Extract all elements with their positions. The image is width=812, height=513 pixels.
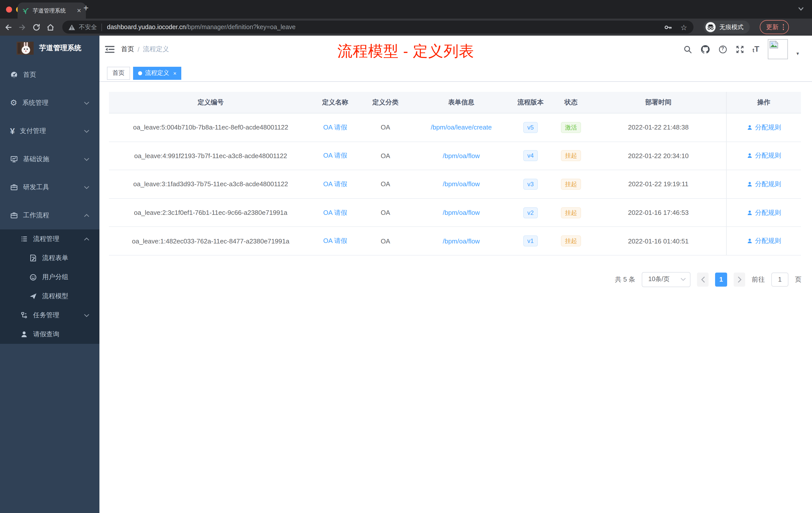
assign-rule-button[interactable]: 分配规则 <box>747 180 781 189</box>
assign-rule-button[interactable]: 分配规则 <box>747 208 781 217</box>
table-row: oa_leave:2:3c1f0ef1-76b1-11ec-9c66-a2380… <box>109 199 801 227</box>
avatar[interactable] <box>768 39 788 59</box>
dashboard-icon <box>10 71 18 79</box>
sidebar-item-task-management[interactable]: 任务管理 <box>0 306 99 325</box>
sidebar-item-system[interactable]: ⚙ 系统管理 <box>0 89 99 117</box>
reload-icon[interactable] <box>32 23 41 31</box>
sidebar-item-process-form[interactable]: 流程表单 <box>0 248 99 268</box>
key-icon[interactable] <box>664 23 672 31</box>
deploy-time: 2022-01-22 21:48:38 <box>590 124 726 131</box>
sidebar-item-user-group[interactable]: 用户分组 <box>0 268 99 286</box>
security-label[interactable]: 不安全 <box>79 23 97 31</box>
definition-category: OA <box>358 180 413 188</box>
tag-close-icon[interactable]: × <box>173 70 176 76</box>
chevron-down-icon <box>84 129 89 133</box>
browser-toolbar: 不安全 dashboard.yudao.iocoder.cn /bpm/mana… <box>0 19 812 36</box>
font-size-small: t <box>753 48 754 53</box>
pagination: 共 5 条 10条/页 1 前往 1 <box>109 272 802 287</box>
github-icon[interactable] <box>700 45 710 54</box>
search-icon[interactable] <box>683 45 692 54</box>
next-page-button[interactable] <box>734 273 745 286</box>
list-icon <box>20 235 28 243</box>
sidebar-item-leave-query[interactable]: 请假查询 <box>0 325 99 344</box>
browser-tab-title: 芋道管理系统 <box>33 7 73 14</box>
assign-rule-button[interactable]: 分配规则 <box>747 123 781 132</box>
tab-search-chevron-icon[interactable] <box>798 6 805 11</box>
form-link[interactable]: /bpm/oa/flow <box>443 209 480 216</box>
definition-id: oa_leave:5:004b710b-7b8a-11ec-8ef0-acde4… <box>109 124 312 131</box>
sidebar-item-label: 任务管理 <box>33 311 59 320</box>
sidebar-item-infrastructure[interactable]: 基础设施 <box>0 145 99 173</box>
user-icon <box>747 124 753 130</box>
browser-menu-icon[interactable] <box>783 24 784 30</box>
prev-page-button[interactable] <box>697 273 708 286</box>
form-link[interactable]: /bpm/oa/flow <box>443 237 480 245</box>
definition-category: OA <box>358 152 413 160</box>
sidebar-item-process-management[interactable]: 流程管理 <box>0 230 99 248</box>
briefcase-icon <box>10 211 18 219</box>
incognito-icon <box>705 22 715 32</box>
page-size-value: 10条/页 <box>648 275 670 284</box>
status-badge: 挂起 <box>561 150 581 161</box>
hamburger-icon[interactable] <box>105 46 115 53</box>
assign-rule-button[interactable]: 分配规则 <box>747 151 781 160</box>
bookmark-star-icon[interactable]: ☆ <box>680 23 687 31</box>
table-header-row: 定义编号 定义名称 定义分类 表单信息 流程版本 状态 部署时间 操作 <box>109 92 801 114</box>
toolbox-icon <box>10 183 18 191</box>
browser-tab-strip: 芋道管理系统 ✕ + <box>0 0 812 19</box>
form-link[interactable]: /bpm/oa/leave/create <box>431 124 492 131</box>
window-close-button[interactable] <box>6 6 12 12</box>
new-tab-button[interactable]: + <box>83 3 89 13</box>
tag-home[interactable]: 首页 <box>107 66 130 80</box>
font-size-icon[interactable]: tT <box>753 45 759 53</box>
back-icon[interactable] <box>4 23 12 31</box>
sidebar-item-dev-tools[interactable]: 研发工具 <box>0 173 99 201</box>
deploy-time: 2022-01-16 17:46:53 <box>590 209 726 216</box>
definition-name-link[interactable]: OA 请假 <box>323 152 347 159</box>
form-link[interactable]: /bpm/oa/flow <box>443 180 480 188</box>
url-path: /bpm/manager/definition?key=oa_leave <box>186 24 295 31</box>
url-host: dashboard.yudao.iocoder.cn <box>107 24 186 31</box>
form-link[interactable]: /bpm/oa/flow <box>443 152 480 160</box>
tag-process-definition[interactable]: 流程定义 × <box>133 66 181 80</box>
forward-icon[interactable] <box>18 23 27 31</box>
chevron-down-icon <box>84 158 89 161</box>
tab-close-icon[interactable]: ✕ <box>77 7 81 14</box>
sidebar-item-label: 流程管理 <box>33 234 59 243</box>
address-bar[interactable]: 不安全 dashboard.yudao.iocoder.cn /bpm/mana… <box>62 21 693 34</box>
update-label[interactable]: 更新 <box>766 23 779 31</box>
user-icon <box>747 153 753 159</box>
sidebar-item-process-model[interactable]: 流程模型 <box>0 286 99 306</box>
fullscreen-icon[interactable] <box>735 45 744 54</box>
update-browser-button[interactable]: 更新 <box>759 20 789 34</box>
col-header-definition-category: 定义分类 <box>358 98 413 107</box>
sidebar-item-label: 基础设施 <box>23 155 49 163</box>
definition-name-link[interactable]: OA 请假 <box>323 180 347 188</box>
assign-rule-label: 分配规则 <box>755 208 781 217</box>
sidebar-item-home[interactable]: 首页 <box>0 61 99 89</box>
sidebar-item-label: 流程模型 <box>42 292 68 301</box>
breadcrumb-home[interactable]: 首页 <box>121 45 134 54</box>
sidebar-item-payment[interactable]: ¥ 支付管理 <box>0 117 99 145</box>
sidebar-item-workflow[interactable]: 工作流程 <box>0 201 99 230</box>
avatar-caret-icon[interactable]: ▾ <box>796 51 799 56</box>
definition-name-link[interactable]: OA 请假 <box>323 237 347 244</box>
definition-name-link[interactable]: OA 请假 <box>323 209 347 216</box>
status-badge: 挂起 <box>561 179 581 190</box>
monitor-icon <box>10 155 18 163</box>
flow-tree-icon <box>20 311 28 319</box>
goto-page-input[interactable]: 1 <box>771 273 788 286</box>
home-icon[interactable] <box>46 23 55 31</box>
page-size-select[interactable]: 10条/页 <box>642 272 691 287</box>
help-icon[interactable]: ? <box>718 45 727 54</box>
definition-name-link[interactable]: OA 请假 <box>323 123 347 131</box>
app-title: 芋道管理系统 <box>39 44 81 53</box>
robot-face-icon <box>29 273 37 281</box>
browser-tab[interactable]: 芋道管理系统 ✕ <box>18 2 86 19</box>
sidebar-item-label: 首页 <box>23 70 36 79</box>
sidebar-item-label: 系统管理 <box>22 98 49 108</box>
chevron-down-icon <box>84 314 89 317</box>
assign-rule-button[interactable]: 分配规则 <box>747 236 781 245</box>
definition-category: OA <box>358 237 413 245</box>
page-number-button[interactable]: 1 <box>715 273 727 286</box>
